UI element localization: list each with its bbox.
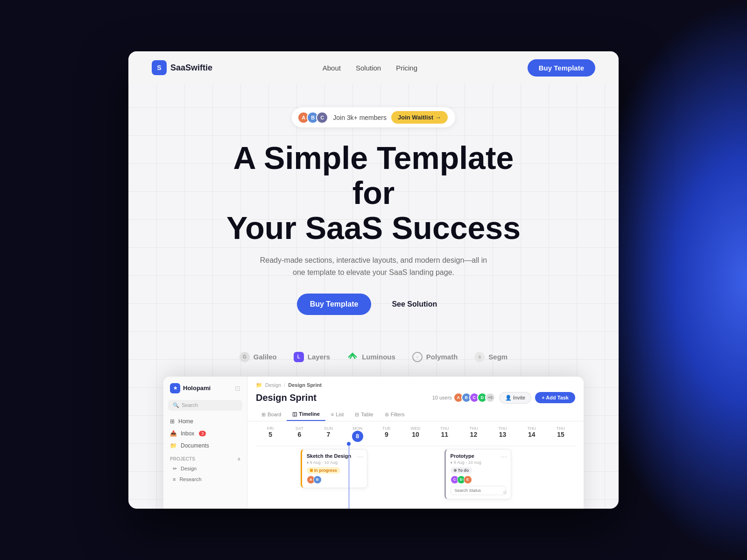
hero-buy-template-button[interactable]: Buy Template bbox=[297, 294, 372, 315]
documents-icon: 📁 bbox=[170, 442, 177, 449]
app-header-actions: 10 users A B C D +5 👤 Invite + Add Task bbox=[432, 392, 575, 404]
task-2-date: ♦ 9 Aug - 10 Aug bbox=[451, 460, 507, 465]
task-2-badge: To do bbox=[451, 467, 472, 474]
hero-section: A B C Join 3k+ members Join Waitlist → A… bbox=[128, 84, 619, 351]
segm-label: Segm bbox=[488, 353, 507, 361]
projects-toggle-icon[interactable]: ∧ bbox=[237, 456, 240, 462]
task-1-date: ♦ 9 Aug - 10 Aug bbox=[307, 460, 363, 465]
timeline-icon: ◫ bbox=[292, 411, 297, 417]
logo-icon: S bbox=[152, 60, 167, 75]
task-1-av-2: B bbox=[313, 476, 322, 484]
app-header: Design Sprint 10 users A B C D +5 👤 Invi… bbox=[247, 392, 584, 408]
app-screenshot: ★ Holopami ⊡ 🔍 Search ⊞ Home 📥 Inbox 3 📁… bbox=[163, 377, 584, 509]
sidebar-toggle-icon[interactable]: ⊡ bbox=[235, 385, 240, 392]
tab-filters-label: Filters bbox=[391, 412, 405, 417]
day-thu14: Thu 14 bbox=[517, 426, 546, 443]
breadcrumb-separator: / bbox=[284, 382, 285, 388]
app-page-title: Design Sprint bbox=[256, 392, 317, 403]
nav-about[interactable]: About bbox=[323, 64, 341, 72]
task-2-av-3: E bbox=[464, 476, 472, 484]
task-sketch-design[interactable]: ⋯ Sketch the Design ♦ 9 Aug - 10 Aug In … bbox=[301, 449, 368, 488]
sidebar-item-research[interactable]: ≡ Research bbox=[163, 474, 247, 484]
hero-title-line2: Your SaaS Success bbox=[226, 210, 521, 245]
sidebar-projects-section: PROJECTS ∧ bbox=[163, 452, 247, 463]
logo-polymath: ○ Polymath bbox=[412, 352, 458, 362]
home-icon: ⊞ bbox=[170, 418, 175, 425]
task-1-more-icon[interactable]: ⋯ bbox=[357, 453, 363, 461]
invite-label: Invite bbox=[513, 395, 525, 400]
sidebar-inbox-label: Inbox bbox=[181, 430, 194, 437]
luminous-label: Luminous bbox=[362, 353, 395, 361]
join-waitlist-button[interactable]: Join Waitlist → bbox=[391, 111, 448, 124]
tab-table[interactable]: ⊟ Table bbox=[349, 408, 379, 421]
logo-galileo: G Galileo bbox=[240, 352, 277, 362]
tab-filters[interactable]: ⊜ Filters bbox=[379, 408, 410, 421]
day-sat: Sat 6 bbox=[285, 426, 314, 443]
app-logo-row: ★ Holopami ⊡ bbox=[163, 383, 247, 400]
task-2-title: Prototype bbox=[451, 453, 507, 459]
galileo-icon: G bbox=[240, 352, 250, 362]
day-thu13: Thu 13 bbox=[488, 426, 517, 443]
tab-timeline[interactable]: ◫ Timeline bbox=[287, 408, 325, 421]
nav-pricing[interactable]: Pricing bbox=[396, 64, 417, 72]
task-1-avatars: A B bbox=[307, 476, 363, 484]
sidebar-search[interactable]: 🔍 Search bbox=[168, 400, 242, 411]
hero-title: A Simple Template for Your SaaS Success bbox=[210, 140, 537, 245]
inbox-badge: 3 bbox=[199, 431, 206, 436]
sidebar-research-label: Research bbox=[179, 476, 201, 482]
task-prototype[interactable]: ⋯ Prototype ♦ 9 Aug - 10 Aug To do C D E bbox=[444, 449, 512, 499]
table-icon: ⊟ bbox=[355, 412, 359, 418]
app-logo-text: Holopami bbox=[183, 385, 211, 392]
app-breadcrumb: 📁 Design / Design Sprint bbox=[247, 377, 584, 392]
navbar-links: About Solution Pricing bbox=[323, 64, 417, 72]
task-1-badge-dot bbox=[310, 469, 313, 472]
navbar-buy-template-button[interactable]: Buy Template bbox=[528, 59, 595, 77]
logo-segm: S Segm bbox=[474, 352, 507, 362]
sidebar-item-home[interactable]: ⊞ Home bbox=[163, 415, 247, 427]
task-2-search-input[interactable] bbox=[451, 486, 507, 495]
navbar-logo[interactable]: S SaaSwiftie bbox=[152, 60, 212, 75]
board-icon: ⊞ bbox=[261, 412, 266, 418]
hero-subtitle: Ready-made sections, interactive layouts… bbox=[257, 254, 490, 278]
invite-button[interactable]: 👤 Invite bbox=[499, 392, 531, 404]
timeline-area: Fri 5 Sat 6 Sun 7 Mon 8 bbox=[247, 421, 584, 509]
design-icon: ✏ bbox=[173, 466, 177, 472]
galileo-label: Galileo bbox=[254, 353, 277, 361]
app-sidebar: ★ Holopami ⊡ 🔍 Search ⊞ Home 📥 Inbox 3 📁… bbox=[163, 377, 247, 509]
task-2-settings-icon[interactable]: ⚙ bbox=[503, 490, 507, 495]
sidebar-item-design[interactable]: ✏ Design bbox=[163, 463, 247, 474]
day-sun: Sun 7 bbox=[314, 426, 343, 443]
polymath-icon: ○ bbox=[412, 352, 423, 362]
polymath-label: Polymath bbox=[426, 353, 458, 361]
search-icon: 🔍 bbox=[173, 402, 179, 408]
breadcrumb-sprint: Design Sprint bbox=[288, 382, 322, 388]
layers-icon: L bbox=[294, 352, 304, 362]
task-2-more-icon[interactable]: ⋯ bbox=[500, 453, 507, 461]
sidebar-item-inbox[interactable]: 📥 Inbox 3 bbox=[163, 427, 247, 440]
layers-label: Layers bbox=[308, 353, 330, 361]
tab-board[interactable]: ⊞ Board bbox=[256, 408, 287, 421]
tab-list-label: List bbox=[336, 412, 344, 417]
navbar: S SaaSwiftie About Solution Pricing Buy … bbox=[128, 51, 619, 84]
day-thu12: Thu 12 bbox=[459, 426, 488, 443]
segm-icon: S bbox=[474, 352, 485, 362]
tab-table-label: Table bbox=[361, 412, 373, 417]
hero-see-solution-button[interactable]: See Solution bbox=[379, 294, 450, 315]
users-count: 10 users bbox=[432, 395, 452, 400]
logo-luminous: Luminous bbox=[347, 351, 395, 363]
nav-solution[interactable]: Solution bbox=[356, 64, 381, 72]
logo-text: SaaSwiftie bbox=[170, 63, 212, 73]
app-logo: ★ Holopami bbox=[170, 383, 211, 393]
research-icon: ≡ bbox=[173, 476, 176, 482]
sidebar-item-documents[interactable]: 📁 Documents bbox=[163, 440, 247, 452]
add-task-button[interactable]: + Add Task bbox=[535, 392, 575, 403]
app-logo-icon: ★ bbox=[170, 383, 180, 393]
timeline-header: Fri 5 Sat 6 Sun 7 Mon 8 bbox=[247, 426, 584, 443]
social-proof-text: Join 3k+ members bbox=[333, 114, 387, 121]
social-proof-pill: A B C Join 3k+ members Join Waitlist → bbox=[292, 107, 455, 127]
logo-layers: L Layers bbox=[294, 352, 330, 362]
day-tue: Tue 9 bbox=[372, 426, 401, 443]
hero-buttons: Buy Template See Solution bbox=[297, 294, 451, 315]
tab-list[interactable]: ≡ List bbox=[325, 408, 350, 421]
avatar-group: A B C bbox=[297, 112, 328, 124]
